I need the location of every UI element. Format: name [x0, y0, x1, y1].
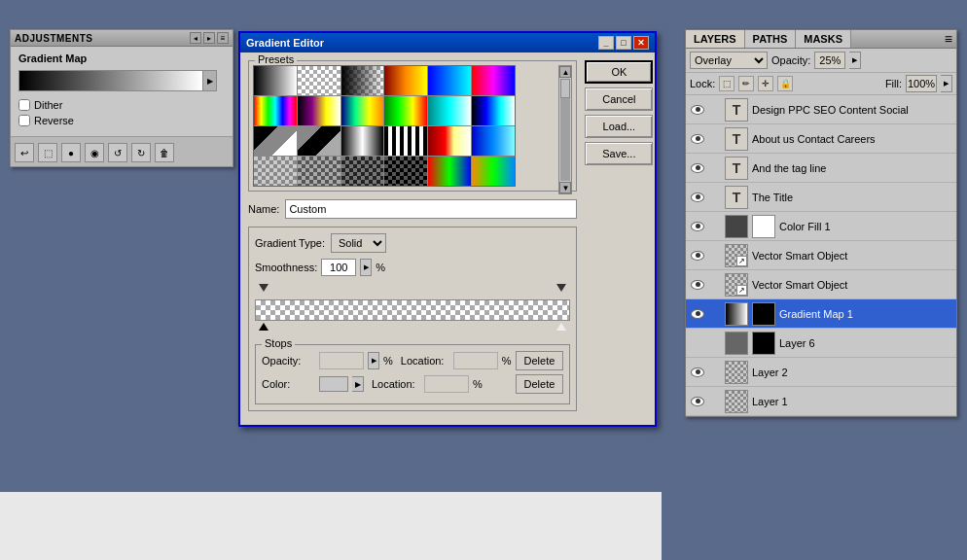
- layer-visibility-toggle[interactable]: [690, 219, 705, 234]
- color-arrow[interactable]: ▶: [352, 376, 364, 392]
- layer-item-gradient-map[interactable]: Gradient Map 1: [686, 299, 956, 329]
- opacity-location-input[interactable]: [453, 352, 498, 369]
- layer-visibility-toggle[interactable]: [690, 306, 705, 322]
- expand-btn[interactable]: ▸: [203, 32, 215, 44]
- preset-19[interactable]: [254, 157, 297, 186]
- tab-paths[interactable]: PATHS: [745, 30, 797, 48]
- gradient-bar[interactable]: [255, 299, 570, 321]
- layers-menu-icon[interactable]: ≡: [945, 31, 952, 47]
- color-delete-btn[interactable]: Delete: [516, 374, 564, 394]
- layer-item[interactable]: T And the tag line: [686, 154, 956, 183]
- layer-item[interactable]: ↗ Vector Smart Object: [686, 270, 956, 299]
- layer-visibility-toggle[interactable]: [690, 394, 705, 409]
- preset-24[interactable]: [472, 157, 515, 186]
- gradient-preview-box[interactable]: [18, 70, 203, 91]
- smoothness-input[interactable]: [321, 259, 356, 276]
- reverse-checkbox[interactable]: [18, 115, 30, 126]
- smoothness-stepper[interactable]: ▶: [360, 259, 372, 276]
- preset-7[interactable]: [254, 96, 297, 125]
- fill-input[interactable]: [906, 75, 937, 92]
- preset-17[interactable]: [428, 126, 471, 156]
- layer-item[interactable]: Layer 6: [686, 329, 956, 358]
- preset-2[interactable]: [298, 66, 340, 95]
- color-stop-right[interactable]: [556, 323, 566, 336]
- layer-visibility-toggle[interactable]: [690, 102, 705, 118]
- scroll-thumb[interactable]: [560, 79, 570, 98]
- layer-visibility-toggle[interactable]: [690, 160, 705, 176]
- dither-checkbox[interactable]: [18, 99, 30, 111]
- menu-btn[interactable]: ≡: [217, 32, 229, 44]
- dialog-minimize-btn[interactable]: _: [598, 36, 614, 50]
- tab-layers[interactable]: LAYERS: [686, 30, 745, 48]
- preset-9[interactable]: [341, 96, 384, 125]
- gradient-type-select[interactable]: Solid Noise: [331, 233, 386, 253]
- gradient-preview-arrow[interactable]: ▶: [203, 70, 217, 91]
- lock-paint-btn[interactable]: ✏: [738, 76, 754, 91]
- lock-all-btn[interactable]: 🔒: [777, 76, 793, 91]
- name-input[interactable]: [285, 199, 577, 219]
- layer-item[interactable]: T Design PPC SEO Content Social: [686, 95, 956, 124]
- dialog-maximize-btn[interactable]: □: [616, 36, 631, 50]
- preset-10[interactable]: [384, 96, 427, 125]
- layer-item[interactable]: T About us Contact Careers: [686, 124, 956, 154]
- layer-visibility-toggle[interactable]: [690, 190, 705, 205]
- layer-item[interactable]: T The Title: [686, 183, 956, 212]
- opacity-stepper[interactable]: ▶: [368, 352, 379, 369]
- layer-visibility-toggle[interactable]: [690, 277, 705, 293]
- opacity-stop-right[interactable]: [556, 284, 566, 298]
- layer-item[interactable]: Layer 1: [686, 387, 956, 416]
- preset-22[interactable]: [384, 157, 427, 186]
- layer-item[interactable]: Color Fill 1: [686, 212, 956, 241]
- preset-8[interactable]: [298, 96, 340, 125]
- preset-23[interactable]: [428, 157, 471, 186]
- blend-mode-select[interactable]: Overlay Normal Multiply: [690, 52, 768, 69]
- dialog-close-btn[interactable]: ✕: [633, 36, 649, 50]
- opacity-stop-input[interactable]: [319, 352, 364, 369]
- preset-5[interactable]: [428, 66, 471, 95]
- preset-6[interactable]: [472, 66, 515, 95]
- color-stop-left[interactable]: [259, 323, 269, 336]
- ok-button[interactable]: OK: [585, 60, 653, 84]
- layer-visibility-toggle[interactable]: [690, 131, 705, 147]
- adj-tool-3[interactable]: ●: [61, 143, 81, 162]
- preset-21[interactable]: [341, 157, 384, 186]
- lock-move-btn[interactable]: ✛: [758, 76, 773, 91]
- opacity-stop-left[interactable]: [259, 284, 269, 298]
- preset-3[interactable]: [341, 66, 384, 95]
- scroll-up[interactable]: ▲: [559, 66, 571, 78]
- layer-visibility-toggle[interactable]: [690, 365, 705, 380]
- layer-visibility-toggle[interactable]: [690, 248, 705, 263]
- opacity-arrow[interactable]: ▶: [849, 52, 861, 69]
- preset-18[interactable]: [472, 126, 515, 156]
- adj-tool-4[interactable]: ◉: [85, 143, 104, 162]
- minimize-btn[interactable]: ◂: [190, 32, 201, 44]
- adj-tool-6[interactable]: ↻: [131, 143, 151, 162]
- lock-transparent-btn[interactable]: ⬚: [719, 76, 734, 91]
- preset-15[interactable]: [341, 126, 384, 156]
- color-location-input[interactable]: [424, 375, 469, 393]
- fill-arrow[interactable]: ▶: [941, 75, 952, 92]
- adj-tool-1[interactable]: ↩: [15, 143, 34, 162]
- tab-masks[interactable]: MASKS: [796, 30, 851, 48]
- save-button[interactable]: Save...: [585, 142, 653, 165]
- preset-14[interactable]: [298, 126, 340, 156]
- layer-item[interactable]: Layer 2: [686, 358, 956, 387]
- color-swatch[interactable]: [319, 376, 348, 392]
- opacity-input[interactable]: [814, 52, 845, 69]
- layer-link: [709, 277, 721, 293]
- scroll-down[interactable]: ▼: [559, 182, 571, 193]
- opacity-delete-btn[interactable]: Delete: [516, 351, 564, 370]
- adj-tool-2[interactable]: ⬚: [38, 143, 57, 162]
- preset-11[interactable]: [428, 96, 471, 125]
- preset-20[interactable]: [298, 157, 340, 186]
- preset-4[interactable]: [384, 66, 427, 95]
- adj-tool-7[interactable]: 🗑: [155, 143, 174, 162]
- preset-13[interactable]: [254, 126, 297, 156]
- cancel-button[interactable]: Cancel: [585, 88, 653, 111]
- preset-16[interactable]: [384, 126, 427, 156]
- layer-item[interactable]: ↗ Vector Smart Object: [686, 241, 956, 270]
- adj-tool-5[interactable]: ↺: [108, 143, 127, 162]
- preset-12[interactable]: [472, 96, 515, 125]
- preset-1[interactable]: [254, 66, 297, 95]
- load-button[interactable]: Load...: [585, 115, 653, 138]
